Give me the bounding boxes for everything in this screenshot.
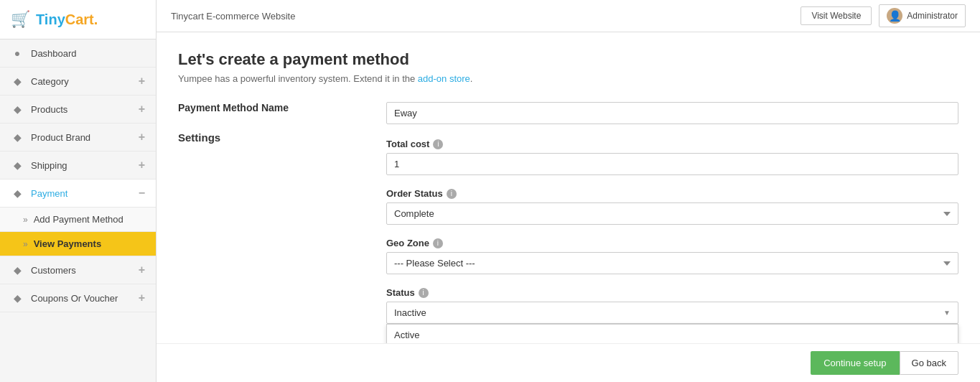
category-icon: ◆ [11,75,24,88]
subtitle-prefix: Yumpee has a powerful inventory system. … [178,73,418,84]
subnav-item-label: Add Payment Method [34,214,123,225]
sidebar-item-category[interactable]: ◆ Category + [0,67,156,96]
total-cost-group: Total cost i [386,139,958,175]
admin-menu-button[interactable]: 👤 Administrator [879,4,966,27]
shipping-icon: ◆ [11,159,24,172]
order-status-label: Order Status [386,188,443,199]
payment-method-label: Payment Method Name [178,102,365,113]
sidebar-item-label: Coupons Or Voucher [31,293,139,304]
status-selected-value: Inactive [394,307,426,318]
status-chevron-icon: ▼ [943,309,951,317]
shipping-add-icon[interactable]: + [139,159,145,172]
total-cost-input[interactable] [386,153,958,175]
sidebar-item-product-brand[interactable]: ◆ Product Brand + [0,124,156,152]
status-option-active[interactable]: Active [387,325,958,343]
sidebar-item-products[interactable]: ◆ Products + [0,96,156,124]
total-cost-label: Total cost [386,139,429,149]
site-name: Tinycart E-commerce Website [171,11,295,22]
payment-method-input[interactable] [386,102,958,124]
order-status-group: Order Status i Complete [386,188,958,225]
order-status-info-icon[interactable]: i [447,189,457,199]
main-content: Tinycart E-commerce Website Visit Websit… [157,0,980,382]
status-info-icon[interactable]: i [419,288,429,298]
geo-zone-label-row: Geo Zone i [386,238,958,248]
payment-method-name-row: Payment Method Name [178,102,958,124]
form-input-right [386,102,958,124]
product-brand-add-icon[interactable]: + [139,131,145,144]
sidebar-item-dashboard[interactable]: ● Dashboard [0,39,156,67]
status-label-row: Status i [386,287,958,298]
sidebar-item-shipping[interactable]: ◆ Shipping + [0,152,156,180]
geo-zone-select[interactable]: --- Please Select --- [386,252,958,274]
subnav-arrow-icon: » [23,239,28,249]
products-icon: ◆ [11,103,24,116]
products-add-icon[interactable]: + [139,103,145,116]
subtitle-suffix: . [470,73,473,84]
logo: 🛒 TinyCart. [0,0,156,39]
go-back-button[interactable]: Go back [900,351,958,375]
sidebar-item-coupons[interactable]: ◆ Coupons Or Voucher + [0,284,156,312]
customers-icon: ◆ [11,264,24,276]
status-group: Status i Inactive ▼ Active Inactive [386,287,958,324]
logo-text: TinyCart. [36,11,98,28]
admin-avatar: 👤 [887,8,902,24]
addon-store-link[interactable]: add-on store [418,73,470,84]
footer-buttons: Continue setup Go back [157,343,980,382]
sidebar-item-add-payment-method[interactable]: » Add Payment Method [0,208,156,232]
geo-zone-info-icon[interactable]: i [433,238,443,248]
status-label: Status [386,287,415,298]
sidebar-item-label: Products [31,104,139,115]
settings-row: Settings Total cost i Order Status i [178,131,958,337]
sidebar-item-label: Category [31,76,139,87]
status-select-trigger[interactable]: Inactive ▼ [386,302,958,324]
header-actions: Visit Website 👤 Administrator [801,4,966,27]
subnav-arrow-icon: » [23,215,28,225]
logo-cart-icon: 🛒 [11,10,30,29]
coupons-add-icon[interactable]: + [139,292,145,304]
sidebar-item-label: Dashboard [31,48,145,59]
geo-zone-group: Geo Zone i --- Please Select --- [386,238,958,274]
logo-text-tiny: Tiny [36,11,65,27]
page-title: Let's create a payment method [178,50,958,69]
payment-icon: ◆ [11,187,24,200]
page-content: Let's create a payment method Yumpee has… [157,32,980,343]
sidebar-item-label: Product Brand [31,132,139,143]
payment-collapse-icon[interactable]: − [139,187,145,200]
header-bar: Tinycart E-commerce Website Visit Websit… [157,0,980,32]
geo-zone-label: Geo Zone [386,238,429,248]
sidebar-item-customers[interactable]: ◆ Customers + [0,256,156,284]
total-cost-label-row: Total cost i [386,139,958,149]
status-select-wrapper: Inactive ▼ Active Inactive [386,302,958,324]
logo-text-cart: Cart. [65,11,98,27]
admin-label: Administrator [907,11,958,21]
customers-add-icon[interactable]: + [139,264,145,276]
sidebar-navigation: ● Dashboard ◆ Category + ◆ Products + ◆ … [0,39,156,382]
settings-fields: Total cost i Order Status i Complete [386,139,958,337]
sidebar-item-label: Payment [31,188,139,199]
continue-setup-button[interactable]: Continue setup [811,351,899,375]
sidebar-item-label: Customers [31,265,139,276]
coupons-icon: ◆ [11,292,24,304]
product-brand-icon: ◆ [11,131,24,144]
order-status-select[interactable]: Complete [386,202,958,225]
settings-label-left: Settings [178,131,365,144]
visit-website-button[interactable]: Visit Website [801,6,872,25]
sidebar: 🛒 TinyCart. ● Dashboard ◆ Category + ◆ P… [0,0,157,382]
total-cost-info-icon[interactable]: i [433,139,443,149]
page-subtitle: Yumpee has a powerful inventory system. … [178,73,958,84]
form-label-left: Payment Method Name [178,102,365,119]
subnav-item-label: View Payments [34,238,101,249]
order-status-label-row: Order Status i [386,188,958,199]
sidebar-item-payment[interactable]: ◆ Payment − [0,180,156,208]
status-dropdown-list: Active Inactive [386,324,958,343]
dashboard-icon: ● [11,47,24,60]
sidebar-item-view-payments[interactable]: » View Payments [0,232,156,256]
category-add-icon[interactable]: + [139,75,145,88]
settings-label: Settings [178,131,220,144]
sidebar-item-label: Shipping [31,160,139,171]
